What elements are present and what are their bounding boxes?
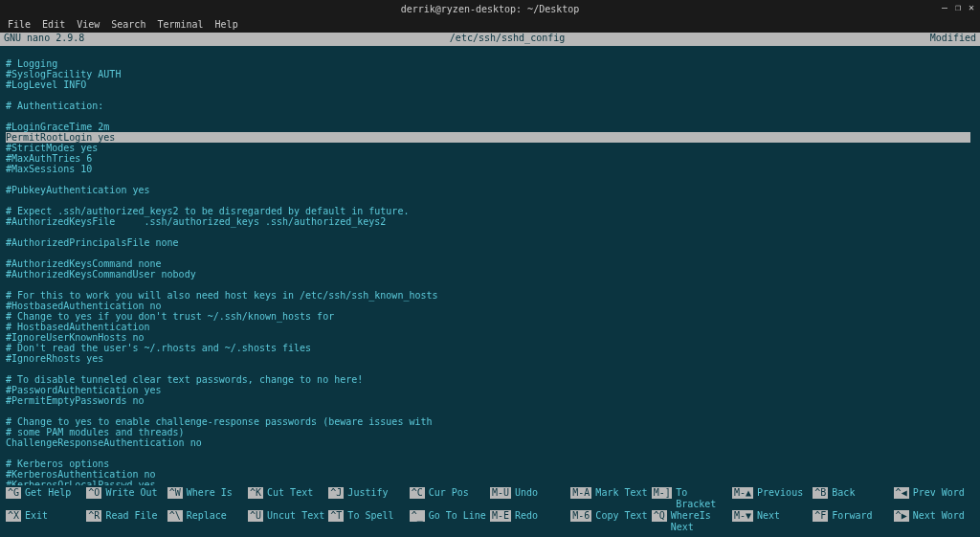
- editor-line: #AuthorizedKeysCommandUser nobody: [6, 269, 974, 280]
- shortcut: ^BBack: [813, 487, 893, 510]
- cursor-line: PermitRootLogin yes: [6, 132, 121, 143]
- editor-line: #LogLevel INFO: [6, 79, 974, 90]
- shortcut-label: Read File: [105, 510, 157, 522]
- shortcut: ^FForward: [813, 510, 893, 533]
- shortcut: M-▲Previous: [732, 487, 813, 510]
- minimize-icon[interactable]: —: [942, 2, 947, 12]
- shortcut-key: M-6: [570, 510, 591, 522]
- editor-line: [6, 364, 974, 374]
- editor-line: [6, 280, 974, 290]
- editor-line: #IgnoreRhosts yes: [6, 353, 974, 364]
- shortcut-key: ^Q: [652, 510, 667, 522]
- shortcut-key: ^_: [410, 510, 425, 522]
- shortcut-label: Copy Text: [595, 510, 647, 522]
- shortcut-key: ^F: [813, 510, 828, 522]
- shortcut-key: ^X: [6, 510, 21, 522]
- maximize-icon[interactable]: ❐: [955, 2, 961, 12]
- shortcut: ^TTo Spell: [328, 510, 409, 533]
- shortcut: M-UUndo: [490, 487, 570, 510]
- shortcut-key: M-U: [490, 487, 511, 499]
- shortcut-label: Uncut Text: [267, 510, 324, 522]
- editor-line: #AuthorizedKeysCommand none: [6, 258, 974, 269]
- shortcut: ^\Replace: [167, 510, 248, 533]
- shortcut-key: ^R: [86, 510, 101, 522]
- shortcut-label: Where Is: [187, 487, 233, 499]
- nano-file-path: /etc/ssh/sshd_config: [84, 33, 930, 46]
- editor-line: [6, 448, 974, 459]
- shortcut-label: Write Out: [105, 487, 157, 499]
- editor-line: #SyslogFacility AUTH: [6, 69, 974, 79]
- shortcut: M-ERedo: [490, 510, 570, 533]
- shortcut-label: Redo: [515, 510, 538, 522]
- shortcut-key: ^K: [248, 487, 263, 499]
- nano-shortcuts: ^GGet Help^OWrite Out^WWhere Is^KCut Tex…: [0, 485, 980, 537]
- window-controls: — ❐ ✕: [942, 2, 974, 12]
- shortcut: M-]To Bracket: [652, 487, 732, 510]
- shortcut-label: Replace: [187, 510, 227, 522]
- editor-line: #MaxAuthTries 6: [6, 153, 974, 164]
- editor-line: # some PAM modules and threads): [6, 427, 974, 437]
- shortcut-label: Undo: [515, 487, 538, 499]
- window-title: derrik@ryzen-desktop: ~/Desktop: [401, 4, 580, 14]
- shortcut-key: ^\: [167, 510, 183, 522]
- shortcut: ^▶Next Word: [894, 510, 974, 533]
- window-titlebar: derrik@ryzen-desktop: ~/Desktop — ❐ ✕: [0, 0, 980, 17]
- editor-line: [6, 111, 974, 122]
- menu-search[interactable]: Search: [111, 19, 145, 31]
- editor-line: # To disable tunneled clear text passwor…: [6, 374, 974, 385]
- shortcut: M-▼Next: [732, 510, 813, 533]
- editor-line: # Change to yes to enable challenge-resp…: [6, 416, 974, 427]
- shortcut-key: ^J: [328, 487, 344, 499]
- shortcut: ^OWrite Out: [86, 487, 167, 510]
- menu-edit[interactable]: Edit: [42, 19, 65, 31]
- editor-area[interactable]: # Logging#SyslogFacility AUTH#LogLevel I…: [0, 46, 980, 485]
- menu-terminal[interactable]: Terminal: [157, 19, 203, 31]
- editor-line: #PermitEmptyPasswords no: [6, 395, 974, 406]
- shortcut-label: Exit: [25, 510, 48, 522]
- editor-line: # Change to yes if you don't trust ~/.ss…: [6, 311, 974, 322]
- editor-line: [6, 90, 974, 101]
- shortcut: ^WWhere Is: [167, 487, 248, 510]
- shortcut-key: ^◀: [894, 487, 909, 499]
- shortcut-key: M-]: [652, 487, 673, 499]
- shortcut-key: M-▲: [732, 487, 753, 499]
- shortcut: ^UUncut Text: [248, 510, 328, 533]
- shortcut: ^XExit: [6, 510, 86, 533]
- shortcut-key: M-▼: [732, 510, 753, 522]
- editor-line: # Logging: [6, 58, 974, 69]
- menu-view[interactable]: View: [77, 19, 100, 31]
- shortcut-label: Justify: [347, 487, 388, 499]
- editor-line: # HostbasedAuthentication: [6, 322, 974, 332]
- menu-help[interactable]: Help: [215, 19, 238, 31]
- nano-modified-status: Modified: [930, 33, 976, 46]
- close-icon[interactable]: ✕: [969, 2, 974, 12]
- nano-status-bar: GNU nano 2.9.8 /etc/ssh/sshd_config Modi…: [0, 33, 980, 46]
- menu-file[interactable]: File: [8, 19, 31, 31]
- shortcut-key: ^O: [86, 487, 101, 499]
- editor-line: #AuthorizedPrincipalsFile none: [6, 237, 974, 248]
- shortcut-key: ^G: [6, 487, 21, 499]
- shortcut: ^JJustify: [328, 487, 409, 510]
- editor-line: #PubkeyAuthentication yes: [6, 185, 974, 195]
- editor-line: [6, 406, 974, 416]
- editor-line: #PasswordAuthentication yes: [6, 385, 974, 395]
- line-highlight-rest: [126, 132, 970, 143]
- shortcut-label: To Spell: [347, 510, 393, 522]
- shortcut-label: To Bracket: [676, 487, 732, 510]
- editor-line: #IgnoreUserKnownHosts no: [6, 332, 974, 343]
- nano-version: GNU nano 2.9.8: [4, 33, 84, 46]
- editor-line: # Kerberos options: [6, 459, 974, 469]
- editor-line: [6, 174, 974, 185]
- editor-line: # Authentication:: [6, 101, 974, 111]
- editor-line: #AuthorizedKeysFile .ssh/authorized_keys…: [6, 216, 974, 227]
- editor-line: #HostbasedAuthentication no: [6, 301, 974, 311]
- shortcut-row-1: ^GGet Help^OWrite Out^WWhere Is^KCut Tex…: [6, 487, 974, 510]
- editor-line: [6, 48, 974, 58]
- shortcut-key: ^T: [328, 510, 344, 522]
- editor-line: [6, 195, 974, 206]
- shortcut-label: WhereIs Next: [671, 510, 732, 533]
- shortcut-label: Cur Pos: [429, 487, 469, 499]
- shortcut-label: Prev Word: [913, 487, 965, 499]
- shortcut-label: Cut Text: [267, 487, 313, 499]
- editor-line: ChallengeResponseAuthentication no: [6, 437, 974, 448]
